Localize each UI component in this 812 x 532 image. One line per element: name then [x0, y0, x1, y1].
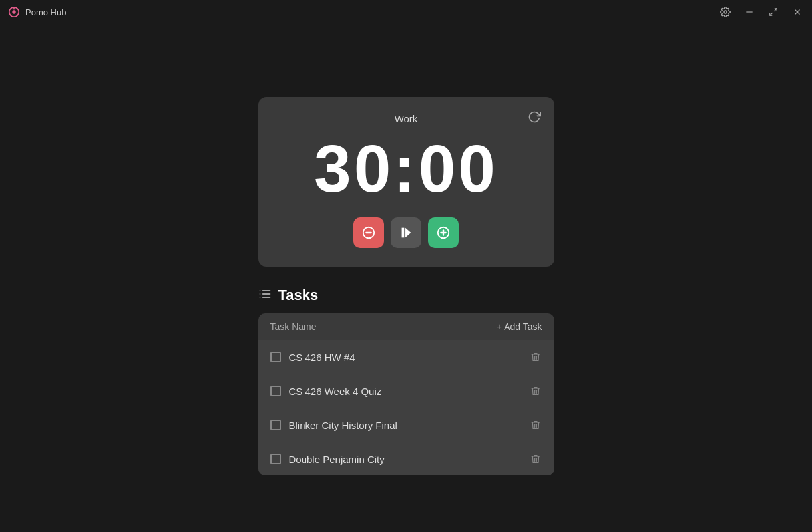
svg-line-5	[774, 9, 777, 11]
tasks-title: Tasks	[278, 287, 319, 304]
tasks-toolbar: Task Name + Add Task	[258, 313, 554, 340]
tasks-list-icon	[258, 287, 272, 304]
task-item: CS 426 HW #4	[258, 340, 554, 374]
timer-add-button[interactable]	[428, 217, 459, 248]
task-label: CS 426 Week 4 Quiz	[289, 386, 521, 397]
task-item: CS 426 Week 4 Quiz	[258, 374, 554, 408]
task-checkbox[interactable]	[270, 352, 281, 362]
task-delete-button[interactable]	[529, 350, 542, 364]
timer-refresh-button[interactable]	[528, 110, 541, 127]
task-delete-button[interactable]	[529, 452, 542, 466]
timer-remove-button[interactable]	[353, 217, 384, 248]
task-delete-button[interactable]	[529, 384, 542, 398]
svg-point-1	[12, 10, 15, 13]
app-title: Pomo Hub	[25, 7, 719, 17]
task-delete-button[interactable]	[529, 418, 542, 432]
close-button[interactable]	[791, 5, 804, 19]
timer-mode-label: Work	[395, 113, 418, 124]
main-content: Work 30:00	[0, 24, 812, 532]
timer-display: 30:00	[314, 135, 498, 201]
tasks-panel: Task Name + Add Task CS 426 HW #4 CS 426…	[258, 313, 554, 475]
task-checkbox[interactable]	[270, 420, 281, 430]
svg-line-6	[770, 13, 773, 15]
add-task-button[interactable]: + Add Task	[497, 321, 542, 332]
task-checkbox[interactable]	[270, 386, 281, 396]
timer-controls	[353, 217, 459, 248]
timer-card: Work 30:00	[258, 97, 554, 267]
svg-marker-12	[405, 228, 411, 238]
task-label: Blinker City History Final	[289, 420, 521, 431]
tasks-header: Tasks	[258, 287, 554, 304]
app-logo-icon	[8, 6, 20, 18]
maximize-button[interactable]	[767, 5, 780, 19]
svg-marker-11	[402, 228, 405, 238]
minimize-button[interactable]	[743, 5, 756, 19]
task-label: CS 426 HW #4	[289, 352, 521, 363]
task-checkbox[interactable]	[270, 454, 281, 464]
task-label: Double Penjamin City	[289, 454, 521, 465]
titlebar: Pomo Hub	[0, 0, 812, 24]
task-item: Blinker City History Final	[258, 408, 554, 442]
task-item: Double Penjamin City	[258, 442, 554, 475]
window-controls	[719, 5, 804, 19]
settings-button[interactable]	[719, 5, 732, 19]
tasks-toolbar-label: Task Name	[270, 321, 317, 332]
tasks-section: Tasks Task Name + Add Task CS 426 HW #4 …	[258, 287, 554, 475]
task-list: CS 426 HW #4 CS 426 Week 4 Quiz Blinker …	[258, 340, 554, 475]
timer-play-pause-button[interactable]	[391, 217, 421, 248]
svg-point-3	[724, 11, 727, 13]
